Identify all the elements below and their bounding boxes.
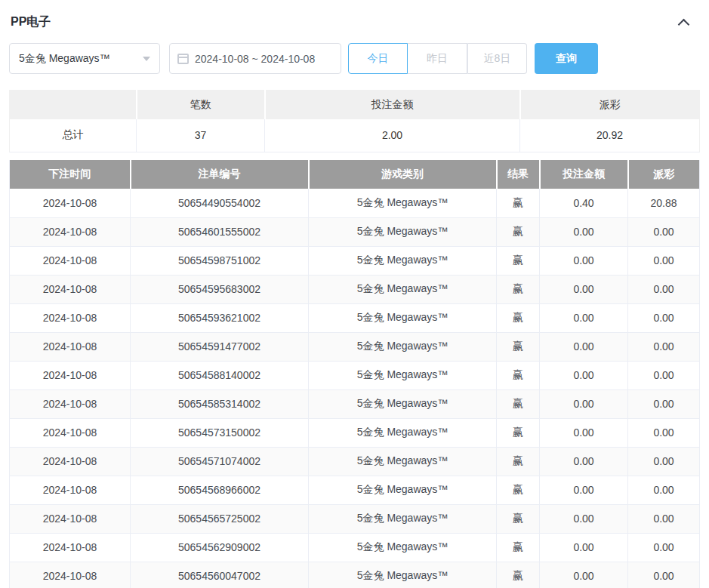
cell-game-type: 5金兔 Megaways™ (309, 476, 497, 504)
cell-bet-time: 2024-10-08 (10, 275, 131, 303)
cell-bet-time: 2024-10-08 (10, 533, 131, 562)
cell-result: 赢 (497, 361, 540, 389)
cell-game-type: 5金兔 Megaways™ (309, 418, 497, 447)
cell-result: 赢 (497, 418, 540, 447)
cell-result: 赢 (497, 476, 540, 504)
summary-header-count: 笔数 (137, 91, 265, 119)
table-row: 2024-10-08506545853140025金兔 Megaways™赢0.… (10, 389, 700, 418)
summary-table: 笔数投注金额派彩 总计372.0020.92 (9, 90, 700, 152)
cell-bet-amount: 0.00 (540, 275, 628, 303)
records-header-bet-id: 注单编号 (131, 160, 309, 189)
summary-total-row: 总计372.0020.92 (10, 119, 700, 152)
date-range-value: 2024-10-08 ~ 2024-10-08 (195, 53, 315, 65)
records-header-game-type: 游戏类别 (309, 160, 497, 189)
records-body: 2024-10-08506544905540025金兔 Megaways™赢0.… (10, 189, 700, 588)
last-8-days-button[interactable]: 近8日 (467, 43, 527, 74)
summary-cell-bet-amount: 2.00 (265, 119, 520, 152)
cell-payout: 0.00 (628, 361, 700, 389)
cell-result: 赢 (497, 562, 540, 588)
cell-result: 赢 (497, 504, 540, 533)
cell-bet-id: 50654560047002 (131, 562, 309, 588)
cell-payout: 0.00 (628, 332, 700, 361)
calendar-icon (177, 54, 189, 64)
cell-game-type: 5金兔 Megaways™ (309, 246, 497, 275)
cell-bet-id: 50654595683002 (131, 275, 309, 303)
table-row: 2024-10-08506544905540025金兔 Megaways™赢0.… (10, 189, 700, 217)
cell-result: 赢 (497, 189, 540, 217)
cell-bet-time: 2024-10-08 (10, 246, 131, 275)
cell-result: 赢 (497, 303, 540, 332)
cell-bet-amount: 0.00 (540, 361, 628, 389)
pp-games-panel: PP电子 5金兔 Megaways™ 2024-10-08 ~ 2024-10-… (0, 0, 709, 588)
cell-payout: 0.00 (628, 562, 700, 588)
cell-game-type: 5金兔 Megaways™ (309, 217, 497, 246)
cell-bet-id: 50654585314002 (131, 389, 309, 418)
cell-bet-id: 50654565725002 (131, 504, 309, 533)
cell-bet-amount: 0.00 (540, 562, 628, 588)
table-row: 2024-10-08506546015550025金兔 Megaways™赢0.… (10, 217, 700, 246)
table-row: 2024-10-08506545731500025金兔 Megaways™赢0.… (10, 418, 700, 447)
cell-bet-id: 50654591477002 (131, 332, 309, 361)
cell-bet-id: 50654573150002 (131, 418, 309, 447)
cell-payout: 0.00 (628, 418, 700, 447)
table-row: 2024-10-08506545629090025金兔 Megaways™赢0.… (10, 533, 700, 562)
cell-result: 赢 (497, 389, 540, 418)
cell-result: 赢 (497, 447, 540, 476)
cell-bet-amount: 0.00 (540, 447, 628, 476)
cell-game-type: 5金兔 Megaways™ (309, 361, 497, 389)
table-row: 2024-10-08506545987510025金兔 Megaways™赢0.… (10, 246, 700, 275)
cell-result: 赢 (497, 217, 540, 246)
page-title: PP电子 (11, 14, 51, 30)
cell-bet-id: 50654588140002 (131, 361, 309, 389)
cell-bet-time: 2024-10-08 (10, 303, 131, 332)
cell-bet-time: 2024-10-08 (10, 389, 131, 418)
cell-game-type: 5金兔 Megaways™ (309, 389, 497, 418)
cell-bet-amount: 0.00 (540, 332, 628, 361)
date-range-picker[interactable]: 2024-10-08 ~ 2024-10-08 (169, 43, 341, 74)
yesterday-button[interactable]: 昨日 (408, 43, 467, 74)
cell-bet-amount: 0.00 (540, 389, 628, 418)
table-row: 2024-10-08506545689660025金兔 Megaways™赢0.… (10, 476, 700, 504)
cell-game-type: 5金兔 Megaways™ (309, 562, 497, 588)
cell-game-type: 5金兔 Megaways™ (309, 189, 497, 217)
cell-bet-amount: 0.00 (540, 418, 628, 447)
cell-payout: 0.00 (628, 303, 700, 332)
cell-game-type: 5金兔 Megaways™ (309, 332, 497, 361)
cell-bet-time: 2024-10-08 (10, 217, 131, 246)
filter-bar: 5金兔 Megaways™ 2024-10-08 ~ 2024-10-08 今日… (9, 43, 700, 74)
cell-bet-amount: 0.00 (540, 504, 628, 533)
table-row: 2024-10-08506545710740025金兔 Megaways™赢0.… (10, 447, 700, 476)
records-header-result: 结果 (497, 160, 540, 189)
chevron-up-icon[interactable] (678, 18, 690, 30)
records-header-bet-time: 下注时间 (10, 160, 131, 189)
table-row: 2024-10-08506545600470025金兔 Megaways™赢0.… (10, 562, 700, 588)
today-button[interactable]: 今日 (348, 43, 408, 74)
cell-bet-id: 50654562909002 (131, 533, 309, 562)
records-header-bet-amount: 投注金额 (540, 160, 628, 189)
cell-bet-time: 2024-10-08 (10, 447, 131, 476)
cell-bet-time: 2024-10-08 (10, 189, 131, 217)
cell-payout: 0.00 (628, 533, 700, 562)
cell-result: 赢 (497, 332, 540, 361)
game-select[interactable]: 5金兔 Megaways™ (9, 43, 160, 74)
summary-cell-count: 37 (137, 119, 265, 152)
cell-result: 赢 (497, 275, 540, 303)
search-button[interactable]: 查询 (535, 43, 598, 74)
table-row: 2024-10-08506545956830025金兔 Megaways™赢0.… (10, 275, 700, 303)
cell-bet-id: 50654568966002 (131, 476, 309, 504)
cell-bet-id: 50654571074002 (131, 447, 309, 476)
cell-bet-amount: 0.40 (540, 189, 628, 217)
cell-bet-amount: 0.00 (540, 533, 628, 562)
records-table: 下注时间注单编号游戏类别结果投注金额派彩 2024-10-08506544905… (9, 160, 700, 588)
cell-payout: 0.00 (628, 504, 700, 533)
records-header-row: 下注时间注单编号游戏类别结果投注金额派彩 (10, 160, 700, 189)
cell-game-type: 5金兔 Megaways™ (309, 447, 497, 476)
cell-payout: 0.00 (628, 389, 700, 418)
cell-bet-time: 2024-10-08 (10, 361, 131, 389)
summary-header-bet-amount: 投注金额 (265, 91, 520, 119)
cell-payout: 20.88 (628, 189, 700, 217)
cell-payout: 0.00 (628, 275, 700, 303)
table-row: 2024-10-08506545936210025金兔 Megaways™赢0.… (10, 303, 700, 332)
cell-bet-time: 2024-10-08 (10, 476, 131, 504)
cell-bet-id: 50654601555002 (131, 217, 309, 246)
